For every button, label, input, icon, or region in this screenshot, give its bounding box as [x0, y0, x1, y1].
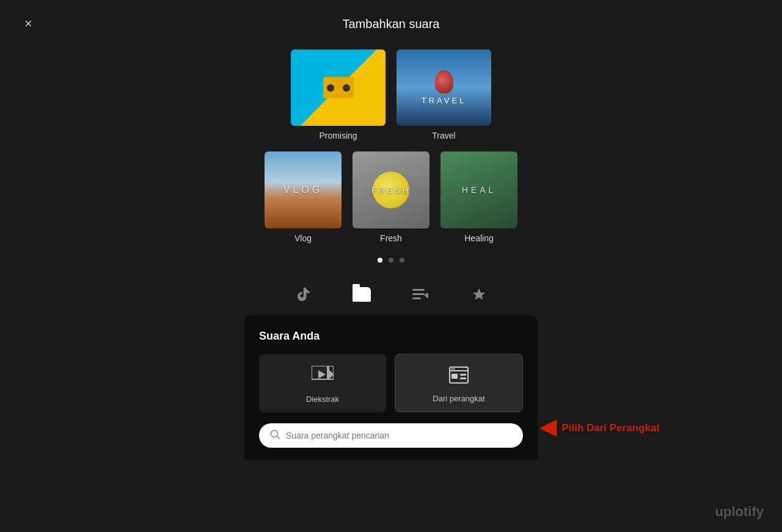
svg-line-14	[277, 436, 279, 439]
tab-tiktok[interactable]	[292, 283, 314, 305]
dot-2[interactable]	[389, 258, 393, 263]
svg-rect-10	[451, 374, 458, 379]
svg-marker-4	[473, 288, 485, 300]
music-label-promising: Promising	[319, 131, 357, 140]
music-thumb-promising	[291, 49, 386, 126]
header: × Tambahkan suara	[0, 0, 782, 43]
vlog-text: VLOG	[283, 184, 323, 195]
svg-marker-3	[424, 293, 428, 299]
search-input[interactable]	[286, 431, 512, 440]
device-label: Dari perangkat	[433, 394, 484, 403]
close-button[interactable]: ×	[24, 17, 32, 31]
cassette-icon	[323, 77, 354, 98]
music-card-promising[interactable]: Promising	[291, 49, 386, 140]
playlist-icon	[412, 288, 428, 301]
tab-playlist[interactable]	[409, 283, 431, 305]
svg-marker-6	[318, 370, 326, 379]
thumb-fresh-bg: FRESH	[353, 151, 429, 228]
music-label-fresh: Fresh	[380, 233, 402, 243]
folder-icon	[353, 287, 371, 302]
dialog-title: Tambahkan suara	[343, 17, 440, 31]
music-thumb-vlog: VLOG	[265, 151, 342, 228]
dot-3[interactable]	[400, 258, 404, 263]
balloon-icon	[435, 70, 453, 93]
music-card-fresh[interactable]: FRESH Fresh	[353, 151, 429, 243]
svg-rect-11	[460, 374, 466, 376]
search-icon	[270, 429, 280, 442]
music-grid-row-2: VLOG Vlog FRESH Fresh HEAL Healing	[265, 151, 517, 243]
music-thumb-healing: HEAL	[440, 151, 517, 228]
device-icon	[449, 366, 469, 388]
panel-title: Suara Anda	[259, 330, 523, 343]
watermark: uplotify	[715, 504, 764, 520]
svg-rect-1	[412, 293, 425, 295]
extract-icon	[312, 366, 334, 388]
fresh-text: FRESH	[371, 186, 411, 195]
annotation-text: Pilih Dari Perangkat	[561, 422, 660, 434]
tab-favorites[interactable]	[468, 283, 490, 305]
svg-rect-2	[412, 297, 421, 299]
dot-1[interactable]	[378, 258, 382, 263]
extract-label: Diekstrak	[306, 395, 339, 404]
svg-marker-8	[329, 370, 334, 379]
star-icon	[472, 287, 486, 302]
thumb-promising-bg	[291, 49, 386, 126]
action-card-device[interactable]: Dari perangkat	[395, 354, 523, 412]
annotation: Pilih Dari Perangkat	[539, 420, 660, 437]
svg-rect-12	[460, 377, 466, 379]
music-thumb-travel: TRAVEL	[396, 49, 491, 126]
action-card-extract[interactable]: Diekstrak	[259, 354, 386, 412]
thumb-vlog-bg: VLOG	[265, 151, 342, 228]
svg-rect-0	[412, 289, 425, 291]
music-label-travel: Travel	[432, 131, 455, 140]
bottom-panel: Suara Anda Diekstrak	[244, 315, 538, 460]
search-bar[interactable]	[259, 423, 523, 448]
music-thumb-fresh: FRESH	[353, 151, 429, 228]
tab-bar	[0, 277, 782, 315]
music-card-travel[interactable]: TRAVEL Travel	[396, 49, 491, 140]
music-label-vlog: Vlog	[294, 233, 312, 243]
page-indicators	[0, 258, 782, 263]
action-cards: Diekstrak Dari perangkat	[259, 354, 523, 412]
music-grid-section: Promising TRAVEL Travel VLOG Vlog	[0, 43, 782, 254]
tiktok-icon	[295, 286, 311, 302]
music-card-healing[interactable]: HEAL Healing	[440, 151, 517, 243]
heal-text: HEAL	[462, 185, 497, 195]
thumb-healing-bg: HEAL	[440, 151, 517, 228]
thumb-travel-bg: TRAVEL	[396, 49, 491, 126]
tab-folder[interactable]	[351, 283, 373, 305]
music-label-healing: Healing	[464, 233, 493, 243]
travel-text: TRAVEL	[422, 96, 467, 105]
music-card-vlog[interactable]: VLOG Vlog	[265, 151, 342, 243]
arrow-icon	[539, 420, 557, 437]
music-grid-row-1: Promising TRAVEL Travel	[291, 49, 491, 140]
